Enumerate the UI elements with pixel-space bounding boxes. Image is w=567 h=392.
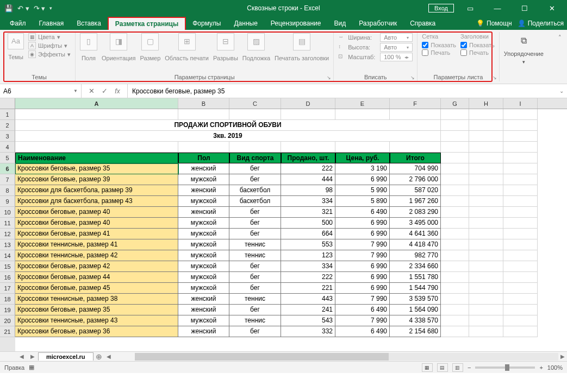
cell[interactable]	[441, 229, 469, 239]
cell[interactable]: 443	[281, 294, 335, 305]
cell[interactable]: 321	[281, 207, 335, 218]
cell[interactable]	[441, 109, 469, 120]
cell[interactable]: 3кв. 2019	[15, 131, 441, 142]
cell[interactable]: мужской	[178, 174, 229, 185]
select-all-button[interactable]	[0, 98, 15, 109]
cell[interactable]: Кроссовки беговые, размер 39	[15, 174, 178, 185]
row-header[interactable]: 4	[0, 142, 15, 153]
cell[interactable]: Кроссовки теннисные, размер 38	[15, 294, 178, 305]
cell[interactable]: 334	[281, 196, 335, 207]
cell[interactable]	[441, 326, 469, 337]
qat-dropdown-icon[interactable]: ▾	[49, 5, 52, 11]
cell[interactable]: 5 890	[335, 196, 390, 207]
cell[interactable]: 123	[281, 250, 335, 261]
cell[interactable]: 6 490	[335, 326, 390, 337]
sheet-nav-prev-icon[interactable]: ◀	[16, 353, 27, 359]
cell[interactable]: бег	[229, 207, 281, 218]
column-header[interactable]: H	[469, 98, 503, 109]
expand-formula-bar-icon[interactable]: ⌄	[556, 88, 567, 94]
cell[interactable]: 1 551 780	[390, 272, 441, 283]
cell[interactable]: ПРОДАЖИ СПОРТИВНОЙ ОБУВИ	[15, 120, 441, 131]
row-header[interactable]: 2	[0, 120, 15, 131]
cell[interactable]: 2 796 000	[390, 174, 441, 185]
row-header[interactable]: 11	[0, 218, 15, 229]
cell[interactable]: 2 154 680	[390, 326, 441, 337]
cell[interactable]	[469, 239, 503, 250]
zoom-slider[interactable]	[475, 366, 535, 369]
colors-button[interactable]: ▦Цвета ▾	[28, 33, 71, 41]
cell[interactable]	[15, 109, 178, 120]
cell[interactable]: 553	[281, 239, 335, 250]
row-header[interactable]: 13	[0, 239, 15, 250]
cell[interactable]: 4 338 570	[390, 315, 441, 326]
cell[interactable]: Кроссовки беговые, размер 40	[15, 207, 178, 218]
gridlines-print-checkbox[interactable]: Печать	[422, 49, 456, 56]
cell[interactable]: бег	[229, 326, 281, 337]
cell[interactable]	[503, 142, 538, 153]
cell[interactable]: Кроссовки теннисные, размер 42	[15, 250, 178, 261]
cell[interactable]: 1 967 260	[390, 196, 441, 207]
cell[interactable]	[503, 272, 538, 283]
column-header[interactable]: B	[178, 98, 229, 109]
breaks-button[interactable]: ⊟Разрывы	[213, 33, 238, 65]
cell[interactable]: Кроссовки беговые, размер 44	[15, 272, 178, 283]
cell[interactable]: 7 990	[335, 239, 390, 250]
cell[interactable]: бег	[229, 218, 281, 229]
arrange-button[interactable]: ⧉ Упорядочение ▾	[504, 33, 544, 65]
cell[interactable]	[503, 315, 538, 326]
scale-width-row[interactable]: ↔Ширина:Авто▾	[338, 33, 413, 42]
cell[interactable]: Итого	[390, 153, 441, 163]
tab-page-layout[interactable]: Разметка страницы	[108, 17, 186, 30]
column-header[interactable]: F	[390, 98, 441, 109]
cell[interactable]: Кроссовки беговые, размер 42	[15, 261, 178, 272]
row-header[interactable]: 20	[0, 315, 15, 326]
cell[interactable]: Кроссовки теннисные, размер 41	[15, 239, 178, 250]
cell[interactable]: 4 418 470	[390, 239, 441, 250]
cell[interactable]	[469, 250, 503, 261]
maximize-icon[interactable]: ☐	[514, 4, 535, 12]
cell[interactable]: мужской	[178, 239, 229, 250]
cell[interactable]	[469, 294, 503, 305]
cell[interactable]	[441, 218, 469, 229]
cell[interactable]	[503, 153, 538, 163]
cell[interactable]	[441, 174, 469, 185]
cell[interactable]	[503, 261, 538, 272]
cell[interactable]	[335, 142, 390, 153]
row-header[interactable]: 16	[0, 272, 15, 283]
cell[interactable]	[503, 229, 538, 239]
cell[interactable]: мужской	[178, 283, 229, 294]
cell[interactable]: мужской	[178, 229, 229, 239]
headings-print-checkbox[interactable]: Печать	[460, 49, 495, 56]
macro-record-icon[interactable]: ▦	[29, 364, 34, 371]
cell[interactable]: 444	[281, 174, 335, 185]
cell[interactable]	[441, 250, 469, 261]
cell[interactable]: бег	[229, 163, 281, 174]
cell[interactable]	[469, 261, 503, 272]
cell[interactable]	[469, 109, 503, 120]
zoom-in-button[interactable]: +	[539, 364, 543, 371]
cell[interactable]: Кроссовки беговые, размер 41	[15, 229, 178, 239]
cell[interactable]: Вид спорта	[229, 153, 281, 163]
cell[interactable]: баскетбол	[229, 196, 281, 207]
fonts-button[interactable]: AШрифты ▾	[28, 42, 71, 49]
row-header[interactable]: 5	[0, 153, 15, 163]
cell[interactable]	[229, 109, 281, 120]
cell[interactable]	[441, 272, 469, 283]
tab-review[interactable]: Рецензирование	[264, 17, 328, 29]
cell[interactable]: 6 490	[335, 207, 390, 218]
minimize-icon[interactable]: —	[487, 4, 508, 12]
sheet-opts-launcher-icon[interactable]: ↘	[493, 75, 497, 80]
cell[interactable]: 5 990	[335, 185, 390, 196]
page-layout-view-button[interactable]: ▤	[437, 363, 448, 372]
cell[interactable]: 222	[281, 163, 335, 174]
row-header[interactable]: 18	[0, 294, 15, 305]
cell[interactable]: 6 990	[335, 229, 390, 239]
collapse-ribbon-icon[interactable]: ˄	[556, 32, 564, 81]
cell[interactable]: 6 990	[335, 174, 390, 185]
column-header[interactable]: G	[441, 98, 469, 109]
cell[interactable]	[503, 239, 538, 250]
cell[interactable]	[281, 142, 335, 153]
cell[interactable]: Кроссовки беговые, размер 36	[15, 326, 178, 337]
cell[interactable]: мужской	[178, 315, 229, 326]
cell[interactable]: 1 544 790	[390, 283, 441, 294]
